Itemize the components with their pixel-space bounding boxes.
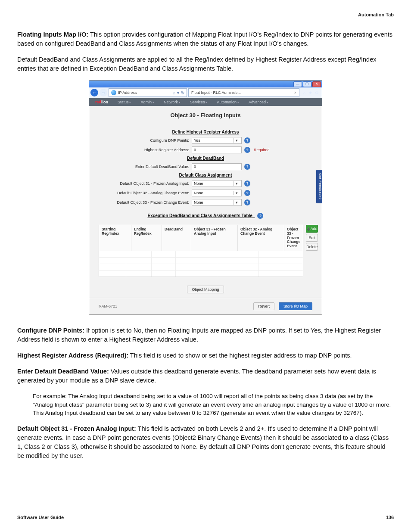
menu-admin[interactable]: Admin (140, 100, 154, 104)
section-default-class: Default Class Assignment (99, 173, 312, 177)
para-highest-register-bold: Highest Register Address (Required): (17, 352, 128, 359)
window-titlebar: — ▢ ✕ (89, 81, 322, 87)
menu-services[interactable]: Services (190, 100, 207, 104)
revert-button[interactable]: Revert (253, 302, 274, 310)
label-obj32: Default Object 32 - Analog Change Event: (99, 191, 192, 195)
device-footer: RAM-6721 Revert Store I/O Map (89, 298, 322, 314)
select-configure-dnp-value: Yes (194, 138, 200, 143)
add-button[interactable]: Add (306, 225, 318, 233)
th-obj31: Object 31 - Frozen Analog Input (191, 225, 238, 251)
help-icon[interactable]: ? (244, 199, 250, 205)
search-icon[interactable]: ⌕ (173, 90, 175, 95)
th-starting: Starting Reg/Index (99, 225, 131, 251)
menu-automation[interactable]: Automation (217, 100, 239, 104)
store-button[interactable]: Store I/O Map (279, 302, 312, 310)
select-configure-dnp[interactable]: Yes ▾ (192, 137, 242, 144)
label-obj31: Default Object 31 - Frozen Analog Input: (99, 181, 192, 186)
label-highest-register: Highest Register Address: (99, 148, 192, 152)
browser-toolbar-icons: ⌂ ★ ⚙ (301, 90, 321, 95)
select-obj32[interactable]: None ▾ (192, 190, 242, 196)
browser-address-row: ← → IP Address ⌕ ▾ ↻ Float Input - RLC A… (89, 87, 322, 98)
para-configure-dnp-bold: Configure DNP Points: (17, 327, 84, 334)
address-text: IP Address (118, 90, 137, 95)
para-example: For example: The Analog Input deadband b… (33, 392, 394, 417)
help-icon[interactable]: ? (244, 164, 250, 170)
footer-guide: Software User Guide (17, 515, 64, 520)
app-menubar: redlion Status Admin Network Services Au… (89, 98, 322, 106)
window-close-button[interactable]: ✕ (312, 81, 321, 87)
th-obj32: Object 32 - Analog Change Event (238, 225, 284, 251)
window-max-button[interactable]: ▢ (303, 81, 311, 87)
select-obj31[interactable]: None ▾ (192, 180, 242, 187)
brand-logo: redlion (95, 100, 108, 104)
th-deadband: DeadBand (162, 225, 191, 251)
favorites-icon[interactable]: ★ (308, 90, 312, 95)
ie-icon (111, 90, 116, 95)
window-min-button[interactable]: — (293, 81, 302, 87)
tab-close-icon[interactable]: × (294, 90, 296, 95)
nav-forward-button[interactable]: → (100, 89, 107, 96)
para-highest-register-rest: This field is used to show or set the hi… (128, 352, 352, 359)
home-icon[interactable]: ⌂ (303, 90, 306, 95)
footer-page-number: 136 (386, 515, 394, 520)
select-obj33-value: None (194, 200, 203, 205)
section-default-deadband: Default DeadBand (99, 156, 312, 161)
menu-status[interactable]: Status (118, 100, 131, 104)
help-icon[interactable]: ? (244, 180, 250, 187)
refresh-icon[interactable]: ↻ (181, 90, 184, 95)
address-bar[interactable]: IP Address ⌕ ▾ ↻ (109, 88, 187, 97)
para-obj31-bold: Default Object 31 - Frozen Analog Input: (17, 425, 136, 432)
input-default-deadband[interactable]: 0 (192, 163, 242, 170)
help-icon[interactable]: ? (244, 190, 250, 196)
exception-table: Starting Reg/Index Ending Reg/Index Dead… (99, 225, 303, 277)
th-ending: Ending Reg/Index (131, 225, 162, 251)
para-floating-inputs: Floating Inputs Map I/O: This option pro… (17, 30, 394, 48)
chevron-down-icon: ▾ (233, 138, 240, 143)
help-icon[interactable]: ? (244, 137, 250, 143)
para-highest-register: Highest Register Address (Required): Thi… (17, 351, 394, 360)
tab-title: Float Input - RLC Administr... (191, 90, 241, 95)
chevron-down-icon: ▾ (233, 200, 240, 205)
label-configure-dnp: Configure DNP Points: (99, 138, 192, 143)
para-obj31: Default Object 31 - Frozen Analog Input:… (17, 424, 394, 460)
chevron-down-icon: ▾ (233, 191, 240, 195)
page-section-header: Automation Tab (17, 12, 394, 17)
para-enter-default-deadband: Enter Default DeadBand Value: Values out… (17, 367, 394, 385)
menu-advanced[interactable]: Advanced (249, 100, 268, 104)
para-floating-inputs-bold: Floating Inputs Map I/O: (17, 31, 88, 38)
page-title: Object 30 - Floating Inputs (99, 112, 312, 118)
help-icon[interactable]: ? (257, 213, 263, 219)
settings-icon[interactable]: ⚙ (315, 90, 319, 95)
menu-network[interactable]: Network (164, 100, 181, 104)
device-model: RAM-6721 (99, 304, 117, 308)
label-default-deadband: Enter Default DeadBand Value: (99, 165, 192, 169)
object-mapping-button[interactable]: Object Mapping (187, 286, 224, 293)
section-define-highest: Define Highest Register Address (99, 130, 312, 134)
feedback-tab[interactable]: Got Feedback? (316, 170, 322, 203)
para-enter-default-deadband-bold: Enter Default DeadBand Value: (17, 368, 109, 375)
nav-back-button[interactable]: ← (90, 89, 98, 96)
required-label: Required (254, 148, 270, 152)
select-obj33[interactable]: None ▾ (192, 199, 242, 206)
delete-button[interactable]: Delete (306, 243, 318, 251)
browser-tab[interactable]: Float Input - RLC Administr... × (188, 88, 299, 97)
select-obj32-value: None (194, 191, 203, 195)
embedded-screenshot: — ▢ ✕ ← → IP Address ⌕ ▾ ↻ Float Inpu (89, 80, 322, 315)
chevron-down-icon: ▾ (233, 181, 240, 186)
input-highest-register[interactable]: 0 (192, 146, 242, 153)
edit-button[interactable]: Edit (306, 234, 318, 242)
para-configure-dnp: Configure DNP Points: If option is set t… (17, 326, 394, 344)
section-exception-table: Exception DeadBand and Class Assignments… (99, 213, 312, 219)
help-icon[interactable]: ? (244, 147, 250, 153)
para-default-deadband: Default DeadBand and Class Assignments a… (17, 55, 394, 73)
select-obj31-value: None (194, 181, 203, 186)
label-obj33: Default Object 33 - Frozen Change Event: (99, 200, 192, 205)
th-obj33: Object 33 - Frozen Change Event (284, 225, 303, 251)
